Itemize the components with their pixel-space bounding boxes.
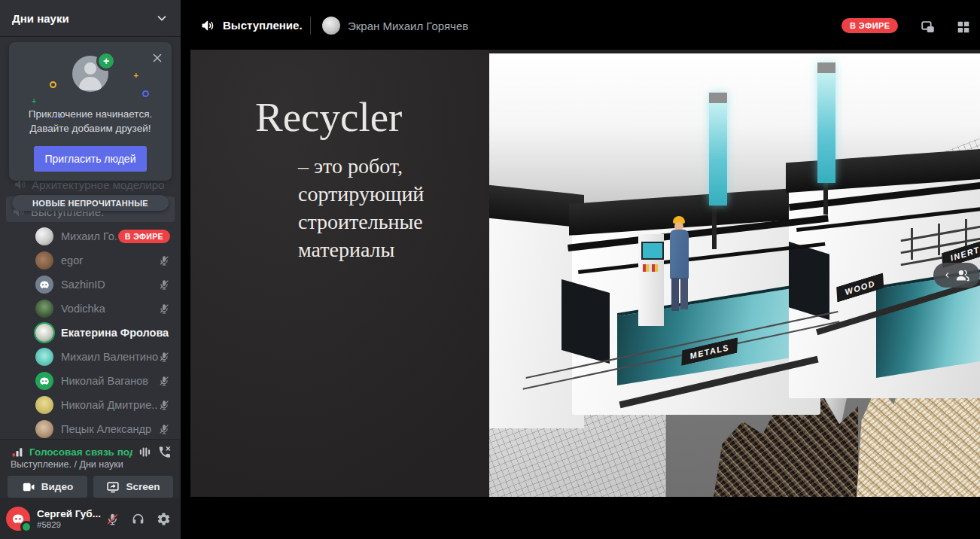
list-item[interactable]: Vodichka <box>0 297 181 321</box>
promo-illustration: + + + <box>9 54 172 98</box>
divider <box>310 17 311 35</box>
list-item[interactable]: Николай Ваганов <box>0 369 181 393</box>
chevron-down-icon <box>155 11 169 25</box>
list-item[interactable]: SazhinID <box>0 273 181 297</box>
member-name: Vodichka <box>61 303 158 315</box>
video-button[interactable]: Видео <box>8 476 87 498</box>
video-button-label: Видео <box>41 481 73 492</box>
member-name: egor <box>61 254 158 266</box>
noise-suppression-icon[interactable] <box>138 445 152 459</box>
channel-title: Выступление. <box>223 19 303 32</box>
image-railing-post <box>938 224 940 255</box>
member-name: Михаил Го... <box>61 230 118 242</box>
member-name: Николай Ваганов <box>61 375 158 387</box>
avatar <box>35 372 53 390</box>
mic-muted-icon <box>158 279 170 291</box>
image-gantry-post <box>712 203 717 249</box>
image-scanner-tower <box>817 62 835 183</box>
avatar <box>35 251 53 270</box>
user-panel: Сергей Губ... #5829 <box>0 498 181 539</box>
slide-image-recycler-robot: METALS WOOD INERT <box>489 53 980 497</box>
invite-promo-card: + + + Приключение начинается. Давайте до… <box>9 42 172 181</box>
new-unreads-pill[interactable]: НОВЫЕ НЕПРОЧИТАННЫЕ <box>12 195 169 211</box>
voice-member-list: Михаил Го... В ЭФИРЕ egor SazhinID Vodic… <box>0 224 181 441</box>
voice-status-panel: Голосовая связь подключена Выступление. … <box>0 439 181 498</box>
list-item[interactable]: Михаил Валентино... <box>0 345 181 369</box>
avatar <box>35 348 53 366</box>
user-discriminator: #5829 <box>37 520 101 529</box>
sparkle-plus: + <box>134 71 138 80</box>
image-scanner-tower <box>709 93 727 206</box>
show-members-toggle[interactable] <box>933 263 980 288</box>
screen-share-button[interactable]: Screen <box>93 476 173 498</box>
screen-share-view[interactable]: Recycler – это робот, сортирующий строит… <box>190 50 980 497</box>
stage-area: Выступление. Экран Михаил Горячев В ЭФИР… <box>181 0 980 539</box>
chevron-left-icon <box>943 271 951 279</box>
promo-line1: Приключение начинается. <box>9 107 172 121</box>
picture-in-picture-icon[interactable] <box>920 19 936 35</box>
presenter-avatar <box>322 17 340 35</box>
list-item[interactable]: Екатерина Фролова <box>0 321 181 345</box>
camera-icon <box>22 480 35 494</box>
headphones-icon <box>131 512 145 526</box>
stage-bottom-bar: +6 <box>181 497 980 539</box>
member-name: Николай Дмитрие... <box>61 399 158 411</box>
members-icon <box>955 268 970 283</box>
presentation-slide: Recycler – это робот, сортирующий строит… <box>190 50 489 497</box>
sparkle-dot <box>142 90 149 97</box>
voice-connected-label: Голосовая связь подключена <box>29 446 132 458</box>
mute-toggle-button[interactable] <box>101 507 123 530</box>
mic-muted-icon <box>158 423 170 435</box>
list-item[interactable]: Михаил Го... В ЭФИРЕ <box>0 224 181 248</box>
live-badge: В ЭФИРЕ <box>842 18 898 33</box>
avatar-speaking <box>35 324 53 342</box>
member-name: SazhinID <box>61 279 158 291</box>
disconnect-call-icon[interactable] <box>157 445 172 459</box>
mic-muted-icon <box>158 254 170 266</box>
member-name: Михаил Валентино... <box>61 351 158 363</box>
image-railing-post <box>911 228 913 260</box>
sidebar: Дни науки Архитектурное моделиро + + + П… <box>0 0 181 539</box>
list-item[interactable]: egor <box>0 248 181 273</box>
list-item[interactable]: Николай Дмитрие... <box>0 393 181 417</box>
image-machine-accent <box>562 279 610 364</box>
settings-button[interactable] <box>152 507 175 530</box>
user-info: Сергей Губ... #5829 <box>37 508 101 529</box>
avatar <box>35 396 53 414</box>
image-control-console <box>638 234 664 326</box>
server-header[interactable]: Дни науки <box>0 0 181 36</box>
gear-icon <box>157 512 171 526</box>
screen-share-icon <box>106 480 120 494</box>
screen-button-label: Screen <box>126 481 160 492</box>
list-item[interactable]: Пецык Александр <box>0 417 181 441</box>
mic-muted-icon <box>158 303 170 315</box>
connection-signal-icon <box>11 445 24 458</box>
slide-body: – это робот, сортирующий строительные ма… <box>298 152 486 263</box>
avatar <box>35 300 53 318</box>
sparkle-plus: + <box>32 96 36 105</box>
voice-channel-path: Выступление. / Дни науки <box>11 459 170 470</box>
grid-view-icon[interactable] <box>955 19 972 35</box>
invite-people-button[interactable]: Пригласить людей <box>34 146 147 172</box>
deafen-toggle-button[interactable] <box>126 507 149 530</box>
member-name: Екатерина Фролова <box>61 327 170 339</box>
online-status-dot <box>20 521 32 533</box>
mic-muted-icon <box>105 512 120 526</box>
username: Сергей Губ... <box>37 508 102 519</box>
slide-title: Recycler <box>255 93 402 141</box>
promo-line2: Давайте добавим друзей! <box>9 121 172 136</box>
user-avatar[interactable] <box>6 507 30 531</box>
mic-muted-icon <box>158 399 170 411</box>
avatar <box>35 276 53 294</box>
add-friend-badge-icon: + <box>96 51 116 71</box>
promo-text: Приключение начинается. Давайте добавим … <box>9 107 172 136</box>
mic-muted-icon <box>158 375 170 387</box>
avatar <box>35 420 53 438</box>
member-name: Пецык Александр <box>61 423 158 435</box>
sparkle-dot <box>50 81 56 88</box>
discord-app: Дни науки Архитектурное моделиро + + + П… <box>0 0 980 539</box>
avatar <box>35 227 53 245</box>
mic-muted-icon <box>158 351 170 363</box>
screen-share-title: Экран Михаил Горячев <box>348 20 468 32</box>
speaker-icon <box>200 18 215 33</box>
